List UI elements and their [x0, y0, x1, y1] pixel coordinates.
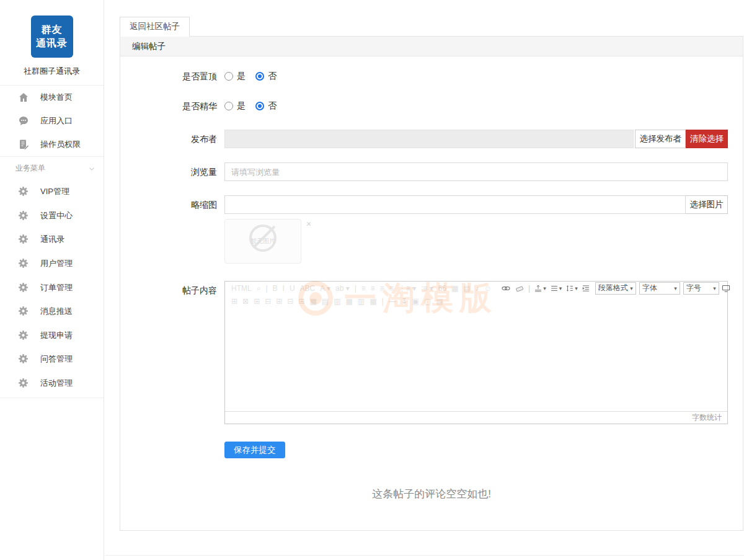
sidebar-item-app-entry[interactable]: 应用入口	[0, 109, 104, 133]
digest-radio-no[interactable]: 否	[255, 100, 277, 112]
toolbar-icon[interactable]: ⊟	[285, 297, 296, 306]
toolbar-icon[interactable]: U	[287, 284, 298, 293]
toolbar-icon[interactable]: ∶≡ ▾	[418, 284, 435, 293]
toolbar-icon[interactable]: ≡	[359, 284, 368, 293]
digest-radio-yes[interactable]: 是	[224, 100, 246, 112]
toolbar-icon[interactable]: ab ▾	[333, 284, 352, 293]
remove-thumbnail-icon[interactable]: ×	[306, 219, 311, 229]
toolbar-icon[interactable]: ⊟	[262, 297, 273, 306]
toolbar-icon[interactable]: |	[263, 284, 270, 293]
toolbar-icon[interactable]: ▤	[319, 297, 331, 306]
toolbar-icon[interactable]: ▤	[461, 284, 472, 293]
sidebar-item-module-home[interactable]: 模块首页	[0, 86, 104, 109]
toolbar-icon[interactable]: ≡	[387, 284, 396, 293]
toolbar-icon[interactable]: ↧	[399, 297, 410, 306]
sidebar-menu-item[interactable]: 用户管理	[0, 252, 104, 276]
toolbar-icon[interactable]: ≡	[368, 284, 378, 293]
toolbar-icon[interactable]: |	[352, 284, 359, 293]
toolbar-icon[interactable]: ⊞	[229, 297, 240, 306]
toolbar-icon[interactable]: I	[280, 284, 287, 293]
toolbar-icon[interactable]: ▦	[343, 297, 355, 306]
sidebar-menu-item[interactable]: 消息推送	[0, 300, 104, 324]
rich-text-editor: HTML⌕|BIUABCA ▾ab ▾|≡≡≡≡⋮≡ ▾∶≡ ▾66▦▤♪☺	[224, 281, 728, 424]
toolbar-icon[interactable]: ▢	[422, 297, 433, 306]
toolbar-icon[interactable]: ⌕	[254, 284, 264, 293]
sidebar-section-business-menu[interactable]: 业务菜单	[0, 156, 104, 180]
form-row-views: 浏览量	[120, 162, 743, 181]
toolbar-icon[interactable]: ▥	[355, 297, 367, 306]
sidebar-menu-item[interactable]: 订单管理	[0, 275, 104, 300]
sidebar-item-operator-permission[interactable]: 操作员权限	[0, 133, 104, 156]
thumbnail-input[interactable]	[224, 195, 686, 214]
sidebar-menu-item[interactable]: 问答管理	[0, 347, 104, 371]
toolbar-icon[interactable]: ▦	[449, 284, 461, 293]
toolbar-icon[interactable]: A ▾	[317, 284, 333, 293]
link-icon[interactable]	[499, 283, 513, 293]
sidebar-menu-item[interactable]: 通讯录	[0, 228, 104, 252]
toolbar-icon[interactable]: ☺	[482, 284, 494, 293]
views-controls	[224, 162, 728, 181]
tab-back-to-community-posts[interactable]: 返回社区帖子	[120, 17, 190, 37]
toolbar-icon[interactable]: ▦	[367, 297, 379, 306]
toolbar-icon[interactable]: ♪	[473, 284, 482, 293]
sidebar-menu-item[interactable]: 活动管理	[0, 371, 104, 396]
radio-label-no: 否	[268, 71, 277, 82]
align-top-dropdown-icon[interactable]: ▾	[532, 284, 548, 293]
sidebar-menu-item[interactable]: 设置中心	[0, 204, 104, 228]
views-input[interactable]	[224, 162, 728, 181]
toolbar-icon[interactable]: ⋮≡ ▾	[396, 284, 418, 293]
toolbar-icon[interactable]: ⊞	[296, 297, 307, 306]
radio-label-no: 否	[268, 100, 277, 112]
toolbar-icon[interactable]: |	[379, 297, 386, 306]
fullscreen-icon[interactable]	[719, 283, 733, 293]
field-label-publisher: 发布者	[120, 130, 224, 148]
sidebar-menu-item-label: 订单管理	[40, 282, 73, 293]
toolbar-faded-group: HTML⌕|BIUABCA ▾ab ▾|≡≡≡≡⋮≡ ▾∶≡ ▾66▦▤♪☺	[229, 284, 494, 293]
toolbar-faded-group: ⊞⊠⊞⊟⊞⊟⊞▦▤▥▦▥▦|—↧▣▢▤	[229, 297, 446, 306]
toolbar-icon[interactable]: ≡	[378, 284, 387, 293]
toolbar-icon[interactable]: 66	[436, 284, 449, 293]
gear-icon	[17, 282, 30, 294]
operator-permission-icon	[17, 138, 30, 151]
toolbar-icon[interactable]: —	[386, 297, 399, 306]
toolbar-icon[interactable]: ⊞	[273, 297, 285, 306]
editor-content-area[interactable]	[225, 308, 727, 411]
paragraph-format-select[interactable]: 段落格式 ▾	[595, 282, 636, 295]
app-subtitle: 社群圈子通讯录	[0, 66, 104, 77]
toolbar-icon[interactable]: ⊞	[251, 297, 262, 306]
sidebar-menu-item[interactable]: 提现申请	[0, 324, 104, 348]
font-size-select[interactable]: 字号 ▾	[683, 282, 719, 295]
indent-icon[interactable]	[580, 284, 592, 293]
save-submit-button[interactable]: 保存并提交	[224, 442, 285, 458]
sticky-radio-no[interactable]: 否	[255, 71, 277, 82]
sidebar-menu-item-label: 用户管理	[40, 258, 73, 269]
radio-checked-icon[interactable]	[255, 102, 264, 110]
field-label-sticky: 是否置顶	[120, 70, 224, 82]
choose-publisher-button[interactable]: 选择发布者	[635, 130, 686, 148]
font-family-select[interactable]: 字体 ▾	[639, 282, 680, 295]
radio-unchecked-icon[interactable]	[224, 102, 233, 110]
toolbar-icon[interactable]: ▤	[433, 297, 445, 306]
radio-unchecked-icon[interactable]	[224, 72, 233, 81]
sidebar-menu-item[interactable]: VIP管理	[0, 180, 104, 204]
edit-post-form: 一淘模版 是否置顶 是 否 是否精华	[120, 56, 743, 501]
logo-line1: 群友	[42, 23, 63, 37]
sticky-radio-yes[interactable]: 是	[224, 71, 246, 82]
choose-image-button[interactable]: 选择图片	[686, 195, 728, 214]
digest-radio-group: 是 否	[224, 100, 728, 112]
toolbar-icon[interactable]: HTML	[229, 284, 254, 293]
app-logo[interactable]: 群友 通讯录	[31, 16, 73, 58]
toolbar-icon[interactable]: B	[270, 284, 280, 293]
paragraph-spacing-dropdown-icon[interactable]: ▾	[564, 284, 580, 293]
line-spacing-dropdown-icon[interactable]: ▾	[548, 284, 564, 293]
toolbar-icon[interactable]: ▣	[410, 297, 422, 306]
publisher-field	[224, 130, 634, 148]
thumbnail-controls: 选择图片 暂无图片 ×	[224, 195, 728, 264]
toolbar-icon[interactable]: ▥	[331, 297, 343, 306]
radio-checked-icon[interactable]	[255, 72, 264, 81]
clear-publisher-button[interactable]: 清除选择	[686, 130, 728, 148]
toolbar-icon[interactable]: ▦	[307, 297, 319, 306]
toolbar-icon[interactable]: ABC	[298, 284, 318, 293]
eraser-icon[interactable]	[513, 283, 526, 293]
toolbar-icon[interactable]: ⊠	[240, 297, 251, 306]
